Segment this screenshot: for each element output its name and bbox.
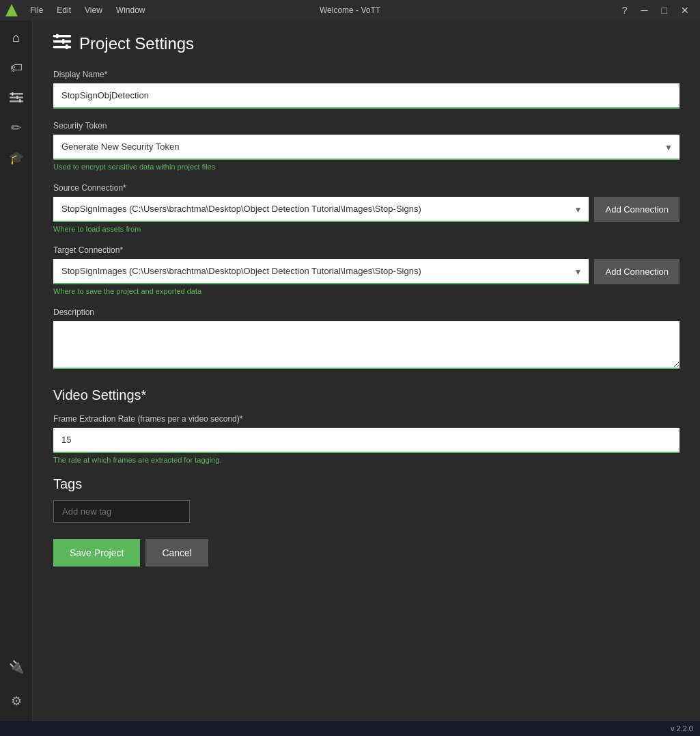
video-settings-title: Video Settings*	[53, 387, 680, 403]
target-connection-hint: Where to save the project and exported d…	[53, 287, 680, 295]
cancel-button[interactable]: Cancel	[145, 539, 208, 567]
frame-rate-label: Frame Extraction Rate (frames per a vide…	[53, 414, 680, 424]
sidebar-item-settings[interactable]: ⚙	[2, 687, 31, 715]
svg-rect-12	[66, 44, 68, 49]
svg-rect-4	[12, 92, 14, 96]
security-token-wrapper: Generate New Security Token ▼	[53, 135, 680, 160]
minimize-button[interactable]: ─	[636, 0, 654, 21]
display-name-label: Display Name*	[53, 70, 680, 79]
target-connection-row: StopSignImages (C:\Users\brachtma\Deskto…	[53, 259, 680, 284]
security-token-hint: Used to encrypt sensitive data within pr…	[53, 163, 680, 171]
source-connection-row: StopSignImages (C:\Users\brachtma\Deskto…	[53, 197, 680, 222]
sidebar-item-bookmark[interactable]: 🏷	[2, 53, 31, 82]
tags-section: Tags	[53, 476, 680, 523]
target-connection-select-wrapper: StopSignImages (C:\Users\brachtma\Deskto…	[53, 259, 589, 284]
save-project-button[interactable]: Save Project	[53, 539, 140, 567]
source-connection-label: Source Connection*	[53, 183, 680, 193]
description-textarea[interactable]	[53, 321, 680, 369]
app-logo	[5, 4, 18, 16]
version-label: v 2.2.0	[671, 724, 693, 733]
target-connection-select[interactable]: StopSignImages (C:\Users\brachtma\Deskto…	[53, 259, 589, 284]
svg-rect-7	[53, 35, 71, 38]
sidebar-item-edit[interactable]: ✏	[2, 113, 31, 142]
menu-view[interactable]: View	[78, 0, 109, 21]
help-button[interactable]: ?	[617, 0, 633, 21]
sidebar-item-home[interactable]: ⌂	[2, 23, 31, 52]
main-content: Project Settings Display Name* Security …	[33, 21, 700, 721]
security-token-group: Security Token Generate New Security Tok…	[53, 121, 680, 171]
svg-rect-11	[62, 39, 65, 44]
action-buttons: Save Project Cancel	[53, 539, 680, 567]
frame-rate-group: Frame Extraction Rate (frames per a vide…	[53, 414, 680, 464]
svg-marker-0	[5, 4, 18, 16]
svg-rect-5	[16, 96, 18, 99]
menu-file[interactable]: File	[23, 0, 50, 21]
target-connection-group: Target Connection* StopSignImages (C:\Us…	[53, 245, 680, 295]
frame-rate-hint: The rate at which frames are extracted f…	[53, 456, 680, 464]
statusbar: v 2.2.0	[0, 721, 700, 736]
titlebar: File Edit View Window Welcome - VoTT ? ─…	[0, 0, 700, 21]
page-title: Project Settings	[79, 34, 194, 53]
frame-rate-input[interactable]	[53, 428, 680, 453]
close-button[interactable]: ✕	[675, 0, 695, 21]
target-add-connection-button[interactable]: Add Connection	[594, 259, 680, 284]
sidebar-item-plugin[interactable]: 🔌	[2, 653, 31, 681]
svg-rect-9	[53, 46, 71, 49]
maximize-button[interactable]: □	[656, 0, 673, 21]
menu-edit[interactable]: Edit	[50, 0, 78, 21]
display-name-group: Display Name*	[53, 70, 680, 109]
security-token-label: Security Token	[53, 121, 680, 131]
svg-rect-6	[19, 99, 21, 103]
source-connection-select-wrapper: StopSignImages (C:\Users\brachtma\Deskto…	[53, 197, 589, 222]
sidebar-item-project-settings[interactable]	[2, 83, 31, 112]
page-header: Project Settings	[53, 34, 680, 53]
page-title-icon	[53, 34, 71, 53]
security-token-select[interactable]: Generate New Security Token	[53, 135, 680, 160]
svg-rect-10	[56, 34, 59, 38]
tags-title: Tags	[53, 476, 680, 492]
tag-input[interactable]	[53, 500, 190, 523]
window-title: Welcome - VoTT	[320, 5, 380, 15]
menu-window[interactable]: Window	[109, 0, 152, 21]
source-connection-select[interactable]: StopSignImages (C:\Users\brachtma\Deskto…	[53, 197, 589, 222]
source-add-connection-button[interactable]: Add Connection	[594, 197, 680, 222]
description-group: Description	[53, 308, 680, 371]
sidebar-item-train[interactable]: 🎓	[2, 144, 31, 172]
display-name-input[interactable]	[53, 83, 680, 109]
window-controls: ? ─ □ ✕	[617, 0, 695, 21]
app-body: ⌂ 🏷 ✏ 🎓 🔌 ⚙	[0, 21, 700, 721]
source-connection-group: Source Connection* StopSignImages (C:\Us…	[53, 183, 680, 233]
source-connection-hint: Where to load assets from	[53, 225, 680, 233]
target-connection-label: Target Connection*	[53, 245, 680, 255]
svg-rect-3	[10, 100, 23, 103]
description-label: Description	[53, 308, 680, 317]
menu-bar: File Edit View Window	[23, 0, 152, 21]
sidebar: ⌂ 🏷 ✏ 🎓 🔌 ⚙	[0, 21, 33, 721]
